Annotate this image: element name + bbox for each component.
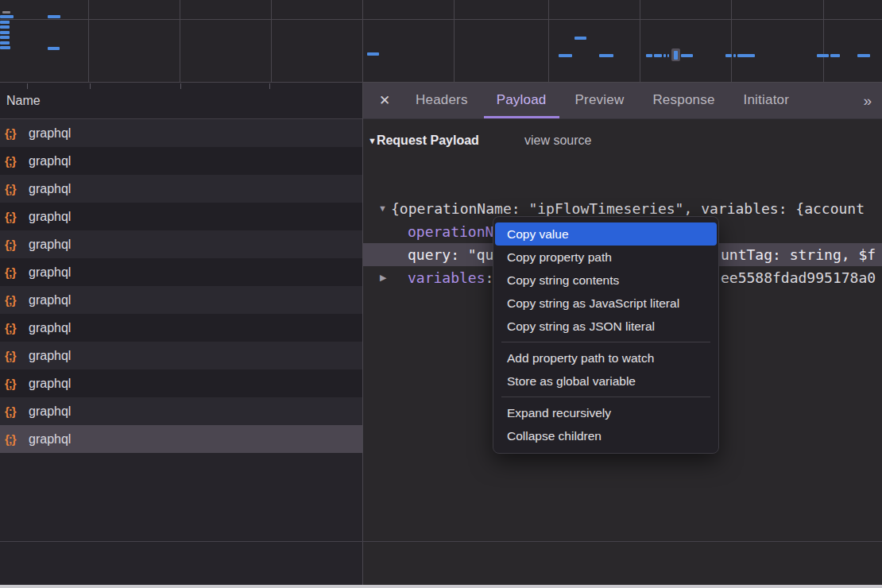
request-name-label: graphql [29, 432, 71, 447]
summary-text: {operationName: "ipFlowTimeseries", vari… [391, 200, 865, 217]
waterfall-request-bar [2, 11, 10, 14]
waterfall-request-bar [48, 15, 60, 18]
waterfall-gridline [0, 19, 882, 20]
tree-expand-icon[interactable]: ▼ [378, 197, 387, 220]
property-key: variables [408, 269, 485, 286]
waterfall-request-bar [817, 54, 829, 57]
json-request-icon: {;} [5, 238, 24, 251]
view-source-link[interactable]: view source [524, 133, 591, 148]
waterfall-request-bar [737, 54, 755, 57]
tab-preview[interactable]: Preview [563, 83, 637, 118]
waterfall-request-bar [574, 37, 586, 40]
request-name-label: graphql [29, 154, 71, 168]
section-title: Request Payload [377, 133, 479, 147]
network-request-row[interactable]: {;}graphql [0, 397, 362, 425]
json-request-icon: {;} [5, 210, 24, 223]
menu-item-copy-value[interactable]: Copy value [495, 222, 717, 246]
waterfall-request-bar [599, 54, 613, 57]
tab-payload[interactable]: Payload [484, 83, 559, 118]
waterfall-selected-marker [671, 48, 680, 61]
json-request-icon: {;} [5, 377, 24, 390]
json-request-icon: {;} [5, 182, 24, 195]
waterfall-request-bar [0, 21, 10, 24]
request-name-label: graphql [29, 126, 71, 141]
waterfall-request-bar [0, 31, 10, 34]
waterfall-gridline [548, 0, 549, 82]
request-name-label: graphql [29, 182, 71, 196]
network-request-row[interactable]: {;}graphql [0, 230, 362, 258]
name-column-header[interactable]: Name [0, 83, 362, 119]
section-expand-icon: ▼ [368, 136, 377, 145]
window-bottom-edge [0, 585, 882, 588]
waterfall-request-bar [857, 54, 870, 57]
waterfall-selected-bar [674, 51, 678, 60]
waterfall-request-bar [0, 46, 10, 49]
network-request-row[interactable]: {;}graphql [0, 342, 362, 369]
json-request-icon: {;} [5, 126, 24, 140]
waterfall-request-bar [646, 54, 652, 57]
tab-initiator[interactable]: Initiator [731, 83, 803, 118]
waterfall-request-bar [559, 54, 572, 57]
menu-item-add-property-path-to-watch[interactable]: Add property path to watch [495, 346, 717, 369]
json-request-icon: {;} [5, 432, 24, 446]
waterfall-request-bar [663, 54, 666, 57]
summary-bar-divider [0, 541, 882, 542]
waterfall-tick [180, 83, 181, 89]
waterfall-gridline [731, 0, 732, 82]
waterfall-gridline [88, 0, 89, 82]
menu-item-collapse-children[interactable]: Collapse children [495, 424, 717, 447]
network-request-row[interactable]: {;}graphql [0, 369, 362, 397]
network-request-row[interactable]: {;}graphql [0, 203, 362, 230]
waterfall-request-bar [0, 41, 10, 44]
menu-item-store-as-global-variable[interactable]: Store as global variable [495, 369, 717, 393]
waterfall-request-bar [733, 54, 736, 57]
menu-item-copy-string-as-javascript-literal[interactable]: Copy string as JavaScript literal [495, 292, 717, 315]
waterfall-tick [90, 83, 91, 89]
waterfall-gridline [180, 0, 180, 82]
tab-response[interactable]: Response [640, 83, 727, 118]
devtools-network-panel: Name {;}graphql{;}graphql{;}graphql{;}gr… [0, 0, 882, 588]
network-request-row[interactable]: {;}graphql [0, 425, 362, 453]
network-request-row[interactable]: {;}graphql [0, 314, 362, 342]
json-request-icon: {;} [5, 404, 24, 418]
network-request-row[interactable]: {;}graphql [0, 147, 362, 175]
menu-item-copy-string-contents[interactable]: Copy string contents [495, 269, 717, 292]
network-request-row[interactable]: {;}graphql [0, 119, 362, 147]
waterfall-request-bar [0, 25, 10, 29]
json-request-icon: {;} [5, 265, 24, 279]
menu-item-copy-property-path[interactable]: Copy property path [495, 246, 717, 269]
menu-item-expand-recursively[interactable]: Expand recursively [495, 401, 717, 424]
tree-collapse-icon[interactable]: ▶ [380, 266, 386, 289]
json-request-icon: {;} [5, 293, 24, 307]
request-name-label: graphql [29, 293, 71, 308]
query-text-right: untTag: string, $f [721, 243, 876, 266]
network-request-row[interactable]: {;}graphql [0, 286, 362, 314]
waterfall-gridline [362, 0, 363, 82]
requests-panel: Name {;}graphql{;}graphql{;}graphql{;}gr… [0, 83, 362, 585]
close-icon[interactable]: ✕ [376, 83, 393, 119]
waterfall-request-bar [681, 54, 693, 57]
waterfall-request-bar [667, 54, 669, 57]
detail-tabbar: ✕ HeadersPayloadPreviewResponseInitiator… [362, 83, 882, 119]
request-name-label: graphql [29, 265, 71, 280]
waterfall-gridline [823, 0, 824, 82]
menu-item-copy-string-as-json-literal[interactable]: Copy string as JSON literal [495, 315, 717, 338]
network-request-row[interactable]: {;}graphql [0, 175, 362, 203]
request-name-label: graphql [29, 349, 71, 363]
panel-divider[interactable] [362, 83, 363, 585]
tab-headers[interactable]: Headers [403, 83, 481, 118]
variables-text-right: ee5588fdad995178a0 [721, 266, 876, 289]
waterfall-tick [27, 83, 28, 89]
request-list: {;}graphql{;}graphql{;}graphql{;}graphql… [0, 119, 362, 453]
json-request-icon: {;} [5, 321, 24, 335]
network-request-row[interactable]: {;}graphql [0, 258, 362, 286]
waterfall-request-bar [830, 54, 840, 57]
more-tabs-icon[interactable]: » [863, 92, 871, 110]
request-name-label: graphql [29, 377, 71, 391]
context-menu: Copy valueCopy property pathCopy string … [493, 216, 719, 454]
waterfall-request-bar [654, 54, 662, 57]
waterfall-tick [269, 83, 270, 89]
request-payload-section-header[interactable]: ▼Request Payload [368, 133, 479, 153]
waterfall-request-bar [0, 15, 14, 18]
network-overview-waterfall[interactable] [0, 0, 882, 83]
